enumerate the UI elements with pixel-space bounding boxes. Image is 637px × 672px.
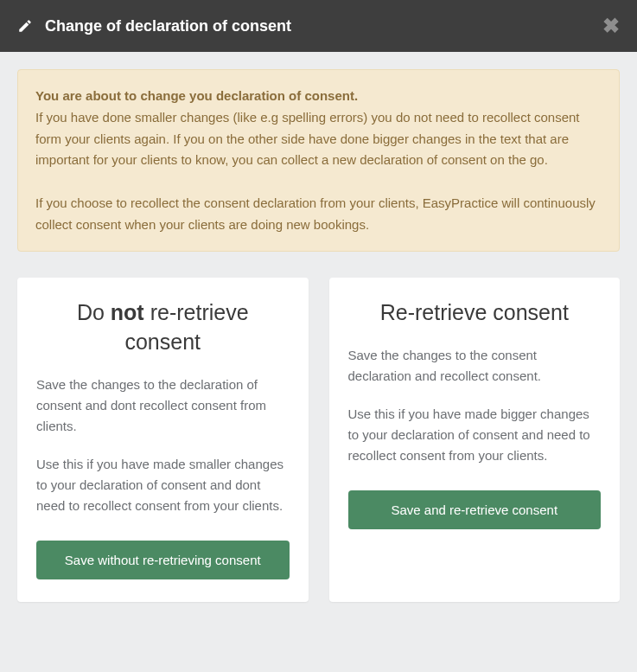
pencil-icon: [17, 18, 33, 34]
card-text-retrieve: Save the changes to the consent declarat…: [348, 345, 602, 466]
title-bold: not: [111, 300, 144, 324]
card-desc-1: Save the changes to the declaration of c…: [36, 374, 290, 437]
save-and-retrieve-button[interactable]: Save and re-retrieve consent: [348, 490, 602, 529]
alert-paragraph-2: If you choose to recollect the consent d…: [35, 195, 596, 232]
card-desc-1: Save the changes to the consent declarat…: [348, 345, 602, 387]
card-title-no-retrieve: Do not re-retrieve consent: [36, 298, 290, 357]
options-row: Do not re-retrieve consent Save the chan…: [17, 278, 620, 602]
header-left: Change of declaration of consent: [17, 17, 291, 35]
title-suffix: re-retrieve consent: [124, 300, 248, 354]
alert-warning: You are about to change you declaration …: [17, 69, 620, 252]
modal-body: You are about to change you declaration …: [0, 52, 637, 619]
card-text-no-retrieve: Save the changes to the declaration of c…: [36, 374, 290, 516]
modal-header: Change of declaration of consent ✖: [0, 0, 637, 52]
save-without-retrieve-button[interactable]: Save without re-retrieving consent: [36, 541, 290, 579]
card-desc-2: Use this if you have made bigger changes…: [348, 404, 602, 466]
card-retrieve: Re-retrieve consent Save the changes to …: [329, 278, 621, 602]
alert-bold-line: You are about to change you declaration …: [35, 88, 358, 103]
title-prefix: Do: [77, 300, 111, 324]
card-title-retrieve: Re-retrieve consent: [348, 298, 602, 328]
close-button[interactable]: ✖: [602, 16, 620, 36]
close-icon: ✖: [602, 14, 620, 37]
alert-paragraph-1: If you have done smaller changes (like e…: [35, 110, 580, 168]
modal-title: Change of declaration of consent: [45, 17, 291, 35]
card-do-not-retrieve: Do not re-retrieve consent Save the chan…: [17, 278, 309, 602]
card-desc-2: Use this if you have made smaller change…: [36, 454, 290, 516]
